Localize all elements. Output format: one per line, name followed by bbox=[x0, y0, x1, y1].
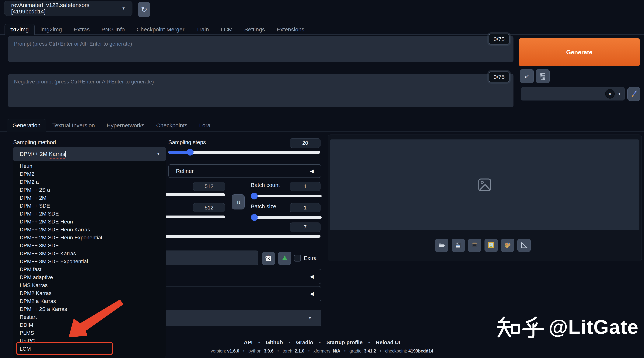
sub-tab-lora[interactable]: Lora bbox=[193, 119, 216, 132]
zhihu-brand-glyphs bbox=[497, 316, 544, 338]
send-to-img2img-button[interactable] bbox=[484, 238, 498, 252]
sampling-steps-value[interactable]: 20 bbox=[290, 138, 320, 148]
main-tab-lcm[interactable]: LCM bbox=[215, 24, 238, 35]
output-gallery[interactable] bbox=[330, 140, 639, 230]
sub-tab-hypernetworks[interactable]: Hypernetworks bbox=[101, 119, 150, 132]
swap-dimensions-button[interactable]: ↑↓ bbox=[232, 194, 244, 210]
styles-dropdown[interactable]: × ▼ bbox=[521, 87, 625, 100]
sampler-option-dpm-2m-sde-heun-karras[interactable]: DPM++ 2M SDE Heun Karras bbox=[13, 226, 166, 234]
open-folder-button[interactable] bbox=[435, 238, 448, 252]
version-item: version: v1.6.0 bbox=[211, 348, 248, 354]
batch-size-value[interactable]: 1 bbox=[290, 203, 320, 212]
reuse-seed-button[interactable] bbox=[278, 252, 291, 265]
clear-prompt-button[interactable] bbox=[536, 69, 550, 83]
sampler-option-dpm-sde[interactable]: DPM++ SDE bbox=[13, 202, 166, 210]
trash-icon bbox=[540, 72, 546, 80]
sampler-option-dpm-2m-sde-heun-exponential[interactable]: DPM++ 2M SDE Heun Exponential bbox=[13, 234, 166, 242]
watermark-handle: @LitGate bbox=[549, 316, 639, 338]
sampler-option-dpm-2m-sde[interactable]: DPM++ 2M SDE bbox=[13, 210, 166, 218]
main-tab-checkpoint-merger[interactable]: Checkpoint Merger bbox=[131, 24, 190, 35]
batch-size-label: Batch size bbox=[251, 204, 276, 210]
sampling-method-input[interactable]: DPM++ 2M Karras ▼ bbox=[13, 147, 166, 161]
sampler-option-heun[interactable]: Heun bbox=[13, 162, 166, 170]
collapse-left-icon: ◀ bbox=[310, 168, 314, 174]
main-tab-extensions[interactable]: Extensions bbox=[271, 24, 310, 35]
sampler-option-dpm-2m-sde-heun[interactable]: DPM++ 2M SDE Heun bbox=[13, 218, 166, 226]
batch-count-slider-handle[interactable] bbox=[251, 192, 258, 200]
footer-link-reload-ui[interactable]: Reload UI bbox=[376, 340, 400, 346]
collapse-left-icon: ◀ bbox=[310, 274, 314, 280]
arrow-down-left-icon: ↙ bbox=[524, 72, 530, 80]
prompt-input[interactable] bbox=[8, 36, 514, 62]
edit-styles-button[interactable] bbox=[627, 87, 640, 101]
checkpoint-value: revAnimated_v122.safetensors [4199bcdd14… bbox=[11, 2, 122, 15]
footer-link-gradio[interactable]: Gradio bbox=[296, 340, 326, 346]
extra-seed-checkbox[interactable] bbox=[294, 255, 301, 262]
main-tab-png-info[interactable]: PNG Info bbox=[96, 24, 130, 35]
batch-size-slider-handle[interactable] bbox=[251, 214, 258, 221]
main-tab-txt2img[interactable]: txt2img bbox=[4, 24, 34, 35]
clear-styles-icon[interactable]: × bbox=[605, 89, 615, 98]
version-item: xformers: N/A bbox=[314, 348, 350, 354]
footer-link-github[interactable]: Github bbox=[266, 340, 296, 346]
cfg-scale-value[interactable]: 7 bbox=[290, 222, 320, 232]
checkpoint-dropdown[interactable]: revAnimated_v122.safetensors [4199bcdd14… bbox=[4, 1, 132, 16]
main-tab-extras[interactable]: Extras bbox=[68, 24, 96, 35]
sub-tab-bar: GenerationTextual InversionHypernetworks… bbox=[6, 119, 216, 132]
sampling-steps-slider-handle[interactable] bbox=[187, 149, 194, 156]
batch-count-label: Batch count bbox=[251, 182, 280, 188]
sampler-option-dpm-fast[interactable]: DPM fast bbox=[13, 266, 166, 274]
floppy-disk-icon bbox=[454, 242, 462, 249]
footer-link-startup-profile[interactable]: Startup profile bbox=[326, 340, 376, 346]
recycle-icon bbox=[281, 254, 289, 262]
extra-seed-label: Extra bbox=[304, 255, 317, 261]
sampler-option-dpm-2m[interactable]: DPM++ 2M bbox=[13, 194, 166, 202]
text-cursor bbox=[65, 150, 66, 158]
folder-icon bbox=[438, 241, 446, 249]
sub-tab-textual-inversion[interactable]: Textual Inversion bbox=[46, 119, 101, 132]
sub-tab-checkpoints[interactable]: Checkpoints bbox=[150, 119, 193, 132]
sampling-steps-slider[interactable] bbox=[168, 150, 320, 154]
batch-count-slider[interactable] bbox=[251, 195, 322, 197]
refresh-checkpoints-button[interactable]: ↻ bbox=[138, 2, 150, 17]
sampler-option-dpm-2s-a[interactable]: DPM++ 2S a bbox=[13, 186, 166, 194]
negative-prompt-token-counter: 0/75 bbox=[489, 72, 510, 82]
main-tab-settings[interactable]: Settings bbox=[238, 24, 271, 35]
sampler-option-dpm-3m-sde[interactable]: DPM++ 3M SDE bbox=[13, 242, 166, 250]
height-value[interactable]: 512 bbox=[193, 203, 225, 212]
main-tab-train[interactable]: Train bbox=[190, 24, 215, 35]
save-image-button[interactable] bbox=[452, 238, 465, 252]
negative-prompt-input[interactable] bbox=[8, 74, 514, 107]
sampler-option-dpm-adaptive[interactable]: DPM adaptive bbox=[13, 274, 166, 281]
sampling-method-label: Sampling method bbox=[13, 139, 56, 146]
collapse-left-icon: ◀ bbox=[310, 291, 314, 297]
prompt-token-counter: 0/75 bbox=[489, 34, 510, 44]
stable-diffusion-webui: revAnimated_v122.safetensors [4199bcdd14… bbox=[0, 0, 644, 358]
footer-link-api[interactable]: API bbox=[244, 340, 266, 346]
dice-icon bbox=[265, 254, 272, 262]
sampler-option-lms-karras[interactable]: LMS Karras bbox=[13, 281, 166, 289]
batch-count-value[interactable]: 1 bbox=[290, 182, 320, 191]
sampler-option-dpm2-a[interactable]: DPM2 a bbox=[13, 178, 166, 186]
sampler-option-dpm-3m-sde-exponential[interactable]: DPM++ 3M SDE Exponential bbox=[13, 258, 166, 266]
version-item: python: 3.9.6 bbox=[248, 348, 283, 354]
width-value[interactable]: 512 bbox=[193, 182, 225, 191]
swap-arrows-icon: ↑↓ bbox=[236, 199, 240, 205]
annotation-arrow bbox=[64, 297, 127, 340]
sampler-option-dpm2-karras[interactable]: DPM2 Karras bbox=[13, 289, 166, 297]
random-seed-button[interactable] bbox=[262, 252, 275, 265]
watermark: @LitGate bbox=[497, 316, 639, 338]
column-resize-divider[interactable] bbox=[324, 134, 324, 333]
sampler-option-dpm-3m-sde-karras[interactable]: DPM++ 3M SDE Karras bbox=[13, 250, 166, 258]
save-zip-button[interactable] bbox=[468, 238, 481, 252]
sub-tab-generation[interactable]: Generation bbox=[6, 119, 46, 132]
paste-generation-params-button[interactable]: ↙ bbox=[520, 69, 534, 83]
send-to-extras-button[interactable] bbox=[518, 238, 531, 252]
send-to-inpaint-button[interactable] bbox=[501, 238, 514, 252]
generate-button[interactable]: Generate bbox=[519, 38, 640, 66]
version-item: checkpoint: 4199bcdd14 bbox=[385, 348, 433, 354]
main-tab-img2img[interactable]: img2img bbox=[34, 24, 68, 35]
batch-size-slider[interactable] bbox=[251, 216, 322, 219]
refiner-accordion[interactable]: Refiner ◀ bbox=[168, 164, 321, 178]
sampler-option-dpm2[interactable]: DPM2 bbox=[13, 170, 166, 178]
